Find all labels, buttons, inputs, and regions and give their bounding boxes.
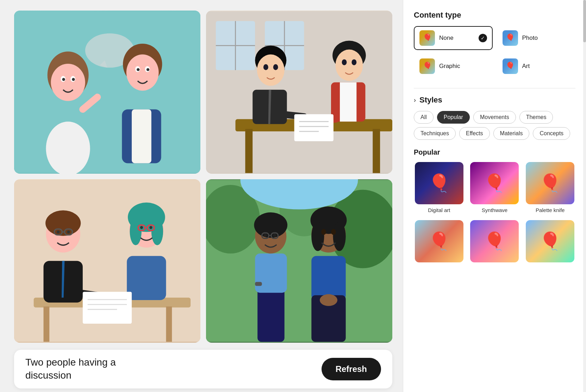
filter-themes[interactable]: Themes [519, 111, 553, 124]
content-type-none-thumb: 🎈 [419, 30, 435, 46]
image-card-2[interactable] [206, 11, 392, 174]
svg-point-10 [72, 78, 75, 81]
style-item-6-thumb: 🎈 [526, 220, 574, 262]
content-type-none-label: None [439, 35, 454, 42]
svg-point-41 [342, 59, 347, 65]
content-type-art-label: Art [522, 63, 530, 70]
styles-chevron-icon: › [414, 97, 416, 104]
style-item-4[interactable]: 🎈 [414, 220, 465, 265]
scrollbar-thumb[interactable] [583, 0, 586, 42]
content-type-art[interactable]: 🎈 Art [497, 54, 576, 78]
popular-items-grid: 🎈 Digital art 🎈 Synthwave 🎈 Palette knif… [414, 162, 575, 213]
right-panel: Content type 🎈 None ✓ 🎈 Photo 🎈 Graphic … [403, 0, 586, 392]
svg-point-33 [257, 55, 285, 86]
content-type-title: Content type [414, 11, 575, 20]
svg-rect-4 [51, 129, 85, 168]
filter-movements[interactable]: Movements [473, 111, 516, 124]
refresh-button[interactable]: Refresh [322, 358, 381, 380]
style-item-5[interactable]: 🎈 [469, 220, 520, 265]
content-type-photo-label: Photo [522, 35, 538, 42]
svg-point-15 [126, 55, 159, 91]
filter-techniques[interactable]: Techniques [414, 127, 456, 140]
svg-point-71 [140, 226, 143, 229]
popular-title: Popular [414, 148, 575, 156]
filter-concepts[interactable]: Concepts [533, 127, 570, 140]
style-digital-art[interactable]: 🎈 Digital art [414, 162, 465, 213]
svg-rect-51 [166, 307, 172, 342]
svg-rect-50 [44, 307, 50, 342]
svg-point-40 [336, 50, 363, 81]
svg-point-42 [351, 59, 356, 65]
svg-rect-38 [340, 82, 356, 122]
svg-rect-73 [83, 292, 132, 324]
styles-section: › Styles All Popular Movements Themes Te… [414, 95, 575, 265]
svg-point-100 [320, 294, 337, 306]
content-type-graphic[interactable]: 🎈 Graphic [414, 54, 493, 78]
svg-point-97 [333, 222, 346, 251]
more-items-grid: 🎈 🎈 🎈 [414, 220, 575, 265]
svg-point-60 [67, 231, 70, 234]
svg-rect-44 [294, 114, 333, 141]
style-filters: All Popular Movements Themes Techniques … [414, 111, 575, 140]
style-synthwave[interactable]: 🎈 Synthwave [469, 162, 520, 213]
filter-popular[interactable]: Popular [437, 111, 470, 124]
svg-rect-83 [255, 254, 287, 293]
svg-point-19 [146, 68, 149, 71]
svg-point-98 [321, 229, 326, 235]
style-item-4-thumb: 🎈 [415, 220, 463, 262]
style-item-6[interactable]: 🎈 [525, 220, 575, 265]
svg-point-99 [331, 229, 336, 235]
content-type-none[interactable]: 🎈 None ✓ [414, 26, 493, 50]
svg-rect-28 [245, 129, 253, 173]
prompt-text: Two people having a discussion [25, 356, 159, 382]
style-palette-knife-thumb: 🎈 [526, 162, 574, 204]
content-type-art-thumb: 🎈 [503, 58, 518, 74]
content-type-section: Content type 🎈 None ✓ 🎈 Photo 🎈 Graphic … [414, 11, 575, 78]
svg-point-66 [130, 218, 142, 245]
styles-title: Styles [419, 95, 442, 105]
style-item-5-thumb: 🎈 [470, 220, 519, 262]
style-synthwave-thumb: 🎈 [470, 162, 519, 204]
content-type-grid: 🎈 None ✓ 🎈 Photo 🎈 Graphic 🎈 Art [414, 26, 575, 78]
content-type-graphic-label: Graphic [439, 63, 460, 70]
svg-point-67 [151, 218, 163, 245]
image-grid [14, 11, 392, 343]
svg-rect-63 [127, 256, 166, 300]
svg-rect-82 [257, 288, 285, 342]
svg-point-89 [264, 234, 267, 237]
svg-point-18 [137, 68, 139, 71]
svg-point-90 [273, 234, 276, 237]
svg-point-72 [149, 226, 152, 229]
filter-materials[interactable]: Materials [493, 127, 530, 140]
svg-rect-91 [255, 282, 262, 286]
style-digital-art-thumb: 🎈 [415, 162, 463, 204]
svg-point-9 [62, 78, 65, 81]
style-digital-art-label: Digital art [428, 207, 450, 213]
content-type-graphic-thumb: 🎈 [419, 58, 435, 74]
style-palette-knife[interactable]: 🎈 Palette knife [525, 162, 575, 213]
left-panel: Two people having a discussion Refresh [0, 0, 403, 392]
svg-rect-92 [311, 256, 345, 300]
image-card-4[interactable] [206, 179, 392, 342]
svg-point-35 [273, 64, 278, 70]
svg-point-6 [51, 64, 85, 101]
styles-header[interactable]: › Styles [414, 95, 575, 105]
scrollbar-track[interactable] [583, 0, 586, 392]
prompt-box: Two people having a discussion Refresh [14, 350, 392, 388]
svg-rect-13 [132, 109, 151, 163]
svg-point-59 [57, 231, 60, 234]
svg-rect-29 [373, 129, 380, 173]
content-type-none-check: ✓ [479, 34, 487, 42]
svg-point-85 [254, 212, 287, 238]
svg-point-96 [311, 222, 324, 251]
content-type-photo-thumb: 🎈 [503, 30, 518, 46]
image-card-1[interactable] [14, 11, 200, 174]
content-type-photo[interactable]: 🎈 Photo [497, 26, 576, 50]
section-divider [414, 88, 575, 88]
style-synthwave-label: Synthwave [482, 207, 507, 213]
svg-point-34 [263, 64, 268, 70]
filter-all[interactable]: All [414, 111, 434, 124]
style-palette-knife-label: Palette knife [536, 207, 565, 213]
image-card-3[interactable] [14, 179, 200, 342]
filter-effects[interactable]: Effects [459, 127, 490, 140]
